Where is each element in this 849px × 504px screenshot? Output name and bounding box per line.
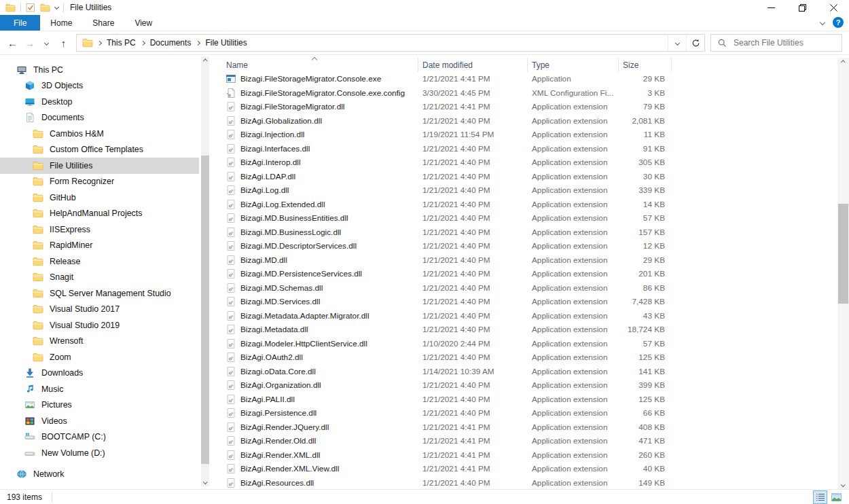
file-row[interactable]: BizAgi.Resources.dll1/21/2021 4:40 PMApp… bbox=[211, 476, 849, 490]
sidebar-item-cambios-h-m[interactable]: Cambios H&M bbox=[0, 126, 199, 142]
file-row[interactable]: Bizagi.MD.Schemas.dll1/21/2021 4:40 PMAp… bbox=[211, 281, 849, 295]
details-view-button[interactable] bbox=[813, 490, 827, 504]
file-row[interactable]: Bizagi.MD.Services.dll1/21/2021 4:40 PMA… bbox=[211, 295, 849, 309]
file-row[interactable]: BizAgi.Interop.dll1/21/2021 4:40 PMAppli… bbox=[211, 156, 849, 170]
minimize-button[interactable] bbox=[755, 0, 787, 15]
tab-view[interactable]: View bbox=[124, 15, 162, 31]
sidebar-item-this-pc[interactable]: This PC bbox=[0, 62, 199, 78]
file-row[interactable]: Bizagi.Interfaces.dll1/21/2021 4:40 PMAp… bbox=[211, 142, 849, 156]
file-list-scrollbar[interactable] bbox=[837, 58, 849, 489]
sidebar-item-wrensoft[interactable]: Wrensoft bbox=[0, 334, 199, 350]
sidebar-item-form-recognizer[interactable]: Form Recognizer bbox=[0, 174, 199, 190]
sidebar-item-rapidminer[interactable]: RapidMiner bbox=[0, 238, 199, 254]
file-row[interactable]: BizAgi.Log.Extended.dll1/21/2021 4:40 PM… bbox=[211, 198, 849, 212]
address-dropdown-chevron-icon[interactable] bbox=[668, 35, 686, 51]
breadcrumb-item-file-utilities[interactable]: File Utilities bbox=[202, 38, 250, 48]
breadcrumb-item-this-pc[interactable]: This PC bbox=[103, 38, 139, 48]
sidebar-item-visual-studio-2019[interactable]: Visual Studio 2019 bbox=[0, 317, 199, 334]
scroll-up-icon[interactable] bbox=[837, 58, 849, 67]
file-row[interactable]: Bizagi.Injection.dll1/19/2021 11:54 PMAp… bbox=[211, 128, 849, 142]
scrollbar-thumb[interactable] bbox=[838, 204, 848, 304]
sidebar-item-new-volume-d[interactable]: New Volume (D:) bbox=[0, 445, 199, 461]
file-row[interactable]: Bizagi.Persistence.dll1/21/2021 4:40 PMA… bbox=[211, 406, 849, 420]
help-icon[interactable]: ? bbox=[833, 17, 844, 28]
sidebar-item-snagit[interactable]: Snagit bbox=[0, 270, 199, 286]
recent-locations-chevron-icon[interactable] bbox=[38, 35, 55, 51]
file-row[interactable]: BizAgi.PALII.dll1/21/2021 4:40 PMApplica… bbox=[211, 393, 849, 407]
sidebar-item-videos[interactable]: Videos bbox=[0, 413, 199, 429]
file-row[interactable]: BizAgi.Render.JQuery.dll1/21/2021 4:41 P… bbox=[211, 420, 849, 435]
sidebar-item-custom-office-templates[interactable]: Custom Office Templates bbox=[0, 142, 199, 158]
sidebar-item-music[interactable]: Music bbox=[0, 381, 199, 397]
file-row[interactable]: Bizagi.FileStorageMigrator.dll1/21/2021 … bbox=[211, 100, 849, 114]
file-row[interactable]: BizAgi.Organization.dll1/21/2021 4:40 PM… bbox=[211, 378, 849, 393]
tab-share[interactable]: Share bbox=[82, 15, 124, 31]
file-row[interactable]: Bizagi.Metadata.Adapter.Migrator.dll1/21… bbox=[211, 309, 849, 323]
forward-button[interactable]: → bbox=[21, 35, 38, 51]
search-box[interactable] bbox=[710, 34, 842, 52]
expand-ribbon-chevron-icon[interactable] bbox=[820, 20, 825, 25]
sidebar-item-documents[interactable]: Documents bbox=[0, 110, 199, 126]
checkbox-icon[interactable] bbox=[26, 3, 35, 12]
restore-button[interactable] bbox=[787, 0, 818, 15]
file-row[interactable]: BizAgi.Render.XML.View.dll1/21/2021 4:41… bbox=[211, 462, 849, 476]
file-row[interactable]: BizAgi.OAuth2.dll1/21/2021 4:40 PMApplic… bbox=[211, 350, 849, 365]
sidebar-item-zoom[interactable]: Zoom bbox=[0, 349, 199, 365]
sidebar-item-3d-objects[interactable]: 3D Objects bbox=[0, 78, 199, 94]
sidebar-item-downloads[interactable]: Downloads bbox=[0, 365, 199, 382]
breadcrumb-chevron-icon[interactable] bbox=[141, 40, 145, 45]
back-button[interactable]: ← bbox=[4, 35, 21, 51]
file-row[interactable]: Bizagi.oData.Core.dll1/14/2021 10:39 AMA… bbox=[211, 365, 849, 379]
breadcrumb-chevron-icon[interactable] bbox=[196, 40, 200, 45]
qat-chevron-down-icon[interactable] bbox=[54, 4, 59, 9]
refresh-icon[interactable] bbox=[686, 35, 704, 51]
column-header-size[interactable]: Size bbox=[619, 58, 672, 72]
file-row[interactable]: BizAgi.Render.Old.dll1/21/2021 4:41 PMAp… bbox=[211, 434, 849, 448]
breadcrumb-item-documents[interactable]: Documents bbox=[147, 38, 195, 48]
scrollbar-thumb[interactable] bbox=[201, 156, 209, 464]
file-row[interactable]: Bizagi.MD.BusinessLogic.dll1/21/2021 4:4… bbox=[211, 226, 849, 240]
file-row[interactable]: Bizagi.Modeler.HttpClientService.dll1/10… bbox=[211, 337, 849, 351]
address-bar[interactable]: This PCDocumentsFile Utilities bbox=[76, 34, 705, 52]
scroll-up-icon[interactable] bbox=[201, 56, 209, 66]
sidebar-item-file-utilities[interactable]: File Utilities bbox=[0, 158, 199, 174]
file-name: Bizagi.MD.dll bbox=[240, 255, 287, 265]
sidebar-item-sql-server-management-studio[interactable]: SQL Server Management Studio bbox=[0, 285, 199, 302]
dll-icon bbox=[225, 324, 236, 335]
file-row[interactable]: BizAgi.Render.XML.dll1/21/2021 4:41 PMAp… bbox=[211, 448, 849, 463]
file-row[interactable]: Bizagi.FileStorageMigrator.Console.exe.c… bbox=[211, 86, 849, 101]
thumbnails-view-button[interactable] bbox=[829, 490, 844, 504]
file-type: Application extension bbox=[528, 297, 619, 306]
file-row[interactable]: BizAgi.Log.dll1/21/2021 4:40 PMApplicati… bbox=[211, 183, 849, 198]
file-row[interactable]: Bizagi.Metadata.dll1/21/2021 4:40 PMAppl… bbox=[211, 323, 849, 337]
sidebar-item-github[interactable]: GitHub bbox=[0, 190, 199, 206]
file-row[interactable]: Bizagi.FileStorageMigrator.Console.exe1/… bbox=[211, 72, 849, 86]
file-row[interactable]: Bizagi.MD.PersistenceServices.dll1/21/20… bbox=[211, 267, 849, 281]
up-button[interactable]: ↑ bbox=[55, 35, 72, 51]
scroll-down-icon[interactable] bbox=[837, 480, 849, 489]
sidebar-item-helpandmanual-projects[interactable]: HelpAndManual Projects bbox=[0, 206, 199, 222]
column-header-type[interactable]: Type bbox=[528, 58, 619, 72]
tab-home[interactable]: Home bbox=[40, 15, 82, 31]
folder-icon[interactable] bbox=[40, 3, 50, 13]
file-row[interactable]: Bizagi.MD.dll1/21/2021 4:40 PMApplicatio… bbox=[211, 253, 849, 268]
file-row[interactable]: BizAgi.LDAP.dll1/21/2021 4:40 PMApplicat… bbox=[211, 170, 849, 184]
file-row[interactable]: BizAgi.Globalization.dll1/21/2021 4:40 P… bbox=[211, 114, 849, 128]
sidebar-item-bootcamp-c[interactable]: BOOTCAMP (C:) bbox=[0, 429, 199, 446]
breadcrumb-chevron-icon[interactable] bbox=[97, 40, 102, 45]
dll-icon bbox=[225, 380, 236, 391]
file-row[interactable]: Bizagi.MD.DescriptorServices.dll1/21/202… bbox=[211, 239, 849, 253]
sidebar-item-desktop[interactable]: Desktop bbox=[0, 94, 199, 110]
scroll-down-icon[interactable] bbox=[201, 477, 209, 486]
close-button[interactable] bbox=[818, 0, 849, 15]
file-row[interactable]: Bizagi.MD.BusinessEntities.dll1/21/2021 … bbox=[211, 211, 849, 226]
sidebar-item-pictures[interactable]: Pictures bbox=[0, 397, 199, 414]
tab-file[interactable]: File bbox=[0, 15, 40, 31]
sidebar-scrollbar[interactable] bbox=[201, 56, 209, 486]
search-input[interactable] bbox=[732, 37, 834, 48]
column-header-date-modified[interactable]: Date modified bbox=[418, 58, 528, 72]
sidebar-item-release[interactable]: Release bbox=[0, 253, 199, 270]
sidebar-item-iisexpress[interactable]: IISExpress bbox=[0, 221, 199, 238]
sidebar-item-network[interactable]: Network bbox=[0, 467, 199, 483]
sidebar-item-visual-studio-2017[interactable]: Visual Studio 2017 bbox=[0, 302, 199, 318]
